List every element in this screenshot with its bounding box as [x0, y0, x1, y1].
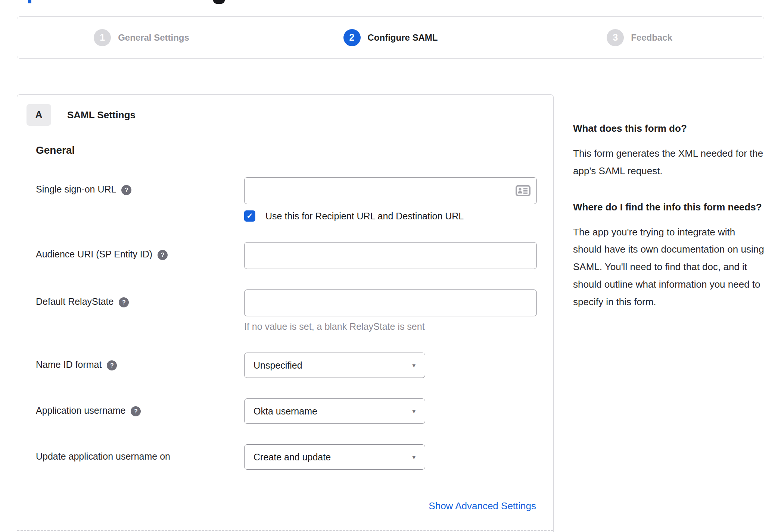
checkbox-label: Use this for Recipient URL and Destinati… [265, 211, 464, 222]
name-id-format-select[interactable]: Unspecified ▼ [244, 353, 425, 378]
section-header: A SAML Settings [27, 104, 553, 126]
chevron-down-icon: ▼ [411, 454, 417, 460]
use-for-recipient-destination-checkbox[interactable]: ✓ [244, 210, 255, 222]
application-username-label: Application username [36, 405, 125, 416]
show-advanced-settings-link[interactable]: Show Advanced Settings [429, 500, 536, 511]
step-configure-saml[interactable]: 2 Configure SAML [266, 17, 515, 58]
audience-uri-label: Audience URI (SP Entity ID) [36, 249, 152, 260]
step-label: Configure SAML [368, 32, 438, 43]
audience-uri-input[interactable] [244, 242, 537, 269]
select-value: Unspecified [253, 360, 302, 371]
select-value: Create and update [253, 452, 331, 463]
help-icon[interactable]: ? [131, 406, 141, 416]
wizard-stepper: 1 General Settings 2 Configure SAML 3 Fe… [17, 16, 764, 59]
help-icon[interactable]: ? [119, 297, 129, 307]
application-username-select[interactable]: Okta username ▼ [244, 398, 425, 424]
help-sidebar: What does this form do? This form genera… [573, 94, 766, 331]
chevron-down-icon: ▼ [411, 362, 417, 369]
help-body-where: The app you're trying to integrate with … [573, 223, 766, 311]
saml-general-form: Single sign-on URL ? [36, 177, 553, 470]
contact-card-icon [516, 185, 530, 196]
update-application-username-label: Update application username on [36, 451, 170, 462]
step-number-badge: 1 [94, 29, 111, 46]
cropped-page-header [0, 0, 781, 16]
section-badge: A [27, 104, 51, 126]
chevron-down-icon: ▼ [411, 408, 417, 414]
saml-settings-panel: A SAML Settings General Single sign-on U… [17, 94, 554, 532]
update-application-username-select[interactable]: Create and update ▼ [244, 444, 425, 470]
step-label: Feedback [631, 32, 672, 43]
help-icon[interactable]: ? [158, 250, 168, 260]
form-row-audience-uri: Audience URI (SP Entity ID) ? [36, 242, 553, 269]
form-row-default-relaystate: Default RelayState ? If no value is set,… [36, 290, 553, 332]
select-value: Okta username [253, 406, 317, 417]
group-title: General [36, 144, 553, 156]
form-row-single-sign-on-url: Single sign-on URL ? [36, 177, 553, 222]
cropped-header-fragment [28, 0, 31, 3]
form-row-name-id-format: Name ID format ? Unspecified ▼ [36, 353, 553, 378]
single-sign-on-url-input[interactable] [244, 177, 537, 204]
name-id-format-label: Name ID format [36, 359, 102, 370]
form-row-update-application-username: Update application username on Create an… [36, 444, 553, 470]
step-feedback[interactable]: 3 Feedback [515, 17, 764, 58]
single-sign-on-url-label: Single sign-on URL [36, 184, 116, 195]
cropped-icon-fragment [213, 0, 225, 4]
section-b-dashed-divider [17, 530, 553, 531]
default-relaystate-label: Default RelayState [36, 296, 113, 307]
default-relaystate-input[interactable] [244, 290, 537, 316]
form-row-application-username: Application username ? Okta username ▼ [36, 398, 553, 424]
help-icon[interactable]: ? [107, 360, 117, 370]
help-heading-where: Where do I find the info this form needs… [573, 200, 766, 215]
relaystate-hint: If no value is set, a blank RelayState i… [244, 321, 553, 332]
help-heading-what: What does this form do? [573, 121, 766, 136]
step-number-badge: 3 [607, 29, 624, 46]
recipient-url-checkbox-row: ✓ Use this for Recipient URL and Destina… [244, 210, 553, 222]
step-general-settings[interactable]: 1 General Settings [17, 17, 266, 58]
help-icon[interactable]: ? [121, 185, 131, 195]
step-label: General Settings [118, 32, 189, 43]
step-number-badge: 2 [343, 29, 361, 46]
help-body-what: This form generates the XML needed for t… [573, 145, 766, 180]
section-title: SAML Settings [67, 109, 136, 121]
